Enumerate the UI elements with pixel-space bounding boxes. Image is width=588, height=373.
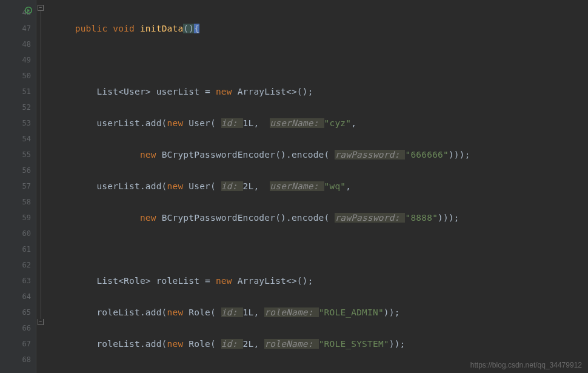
text: Role( xyxy=(189,307,221,317)
param-hint-rawpassword: rawPassword: xyxy=(335,213,405,223)
line-number: 59 xyxy=(0,210,31,226)
code-area[interactable]: public void initData(){ List<User> userL… xyxy=(45,0,588,373)
param-hint-username: userName: xyxy=(270,118,324,128)
fold-marker-start[interactable]: − xyxy=(38,5,44,11)
text: roleList.add( xyxy=(53,339,167,349)
code-line-53[interactable] xyxy=(53,241,588,257)
code-line-54[interactable]: List<Role> roleList = new ArrayList<>(); xyxy=(53,273,588,289)
paren-close-hl: ) xyxy=(189,24,194,33)
line-number-gutter: 4647484950515253545556575859606162636465… xyxy=(0,0,36,373)
line-number: 48 xyxy=(0,36,31,52)
text: , xyxy=(253,307,264,317)
code-editor[interactable]: 4647484950515253545556575859606162636465… xyxy=(0,0,588,373)
code-line-46[interactable]: public void initData(){ xyxy=(53,21,588,36)
line-number: 52 xyxy=(0,99,31,115)
text: , xyxy=(346,181,351,191)
keyword-public: public xyxy=(75,24,113,33)
string: "ROLE_ADMIN" xyxy=(319,307,384,317)
keyword-new: new xyxy=(216,87,238,96)
line-number: 58 xyxy=(0,194,31,210)
param-hint-id: id: xyxy=(221,181,243,191)
param-hint-rolename: roleName: xyxy=(264,339,318,349)
param-hint-id: id: xyxy=(221,307,243,317)
keyword-void: void xyxy=(113,24,140,33)
text: BCryptPasswordEncoder().encode( xyxy=(162,150,335,160)
text: List<User> userList = xyxy=(53,87,216,96)
param-hint-id: id: xyxy=(221,118,243,128)
line-number: 53 xyxy=(0,115,31,131)
line-number: 47 xyxy=(0,21,31,36)
string: "cyz" xyxy=(324,118,352,128)
text: BCryptPasswordEncoder().encode( xyxy=(162,213,335,223)
text: User( xyxy=(189,118,221,128)
line-number: 55 xyxy=(0,147,31,163)
keyword-new: new xyxy=(167,339,189,349)
string: "666666" xyxy=(405,150,448,160)
line-number: 57 xyxy=(0,178,31,194)
fold-guide-line xyxy=(41,11,41,319)
param-hint-username: userName: xyxy=(270,181,324,191)
line-number: 63 xyxy=(0,273,31,289)
text: ))); xyxy=(449,150,470,160)
text: ))); xyxy=(438,213,459,223)
line-number: 54 xyxy=(0,131,31,147)
text: User( xyxy=(189,181,221,191)
value: 1L xyxy=(243,118,254,128)
keyword-new: new xyxy=(167,181,189,191)
value: 1L xyxy=(243,307,254,317)
text: Role( xyxy=(189,339,221,349)
keyword-new: new xyxy=(140,213,162,223)
keyword-new: new xyxy=(167,307,189,317)
text: ArrayList<>(); xyxy=(238,87,313,96)
text: ArrayList<>(); xyxy=(238,276,313,286)
text: , xyxy=(253,339,264,349)
line-number: 68 xyxy=(0,352,31,368)
watermark-text: https://blog.csdn.net/qq_34479912 xyxy=(470,361,582,369)
line-number: 60 xyxy=(0,226,31,241)
code-line-49[interactable]: userList.add(new User( id: 1L, userName:… xyxy=(53,115,588,131)
text xyxy=(53,213,140,223)
line-number: 50 xyxy=(0,68,31,84)
string: "8888" xyxy=(405,213,438,223)
param-hint-rolename: roleName: xyxy=(264,307,318,317)
line-number: 51 xyxy=(0,84,31,99)
string: "ROLE_SYSTEM" xyxy=(319,339,389,349)
code-line-48[interactable]: List<User> userList = new ArrayList<>(); xyxy=(53,84,588,99)
text: )); xyxy=(389,339,406,349)
paren-open-hl: ( xyxy=(183,24,189,33)
fold-column: − − xyxy=(36,0,45,373)
text: , xyxy=(253,118,270,128)
param-hint-id: id: xyxy=(221,339,243,349)
line-number: 65 xyxy=(0,304,31,320)
text: )); xyxy=(384,307,400,317)
code-line-50[interactable]: new BCryptPasswordEncoder().encode( rawP… xyxy=(53,147,588,163)
text: , xyxy=(253,181,270,191)
run-recursive-icon[interactable] xyxy=(24,6,33,15)
text xyxy=(53,150,140,160)
line-number: 49 xyxy=(0,52,31,68)
text: userList.add( xyxy=(53,181,167,191)
code-line-56[interactable]: roleList.add(new Role( id: 2L, roleName:… xyxy=(53,336,588,352)
line-number: 66 xyxy=(0,320,31,336)
fold-marker-end[interactable]: − xyxy=(38,319,44,325)
code-line-52[interactable]: new BCryptPasswordEncoder().encode( rawP… xyxy=(53,210,588,226)
value: 2L xyxy=(243,181,254,191)
text: roleList.add( xyxy=(53,307,167,317)
param-hint-rawpassword: rawPassword: xyxy=(335,150,405,160)
line-number: 61 xyxy=(0,241,31,257)
text: List<Role> roleList = xyxy=(53,276,216,286)
value: 2L xyxy=(243,339,254,349)
brace-open: { xyxy=(194,24,199,33)
code-line-51[interactable]: userList.add(new User( id: 2L, userName:… xyxy=(53,178,588,194)
string: "wq" xyxy=(324,181,346,191)
line-number: 67 xyxy=(0,336,31,352)
keyword-new: new xyxy=(140,150,162,160)
text: , xyxy=(351,118,356,128)
text: userList.add( xyxy=(53,118,167,128)
code-line-55[interactable]: roleList.add(new Role( id: 1L, roleName:… xyxy=(53,304,588,320)
code-line-47[interactable] xyxy=(53,52,588,68)
line-number: 62 xyxy=(0,257,31,273)
method-name: initData xyxy=(140,24,183,33)
keyword-new: new xyxy=(167,118,189,128)
keyword-new: new xyxy=(216,276,238,286)
